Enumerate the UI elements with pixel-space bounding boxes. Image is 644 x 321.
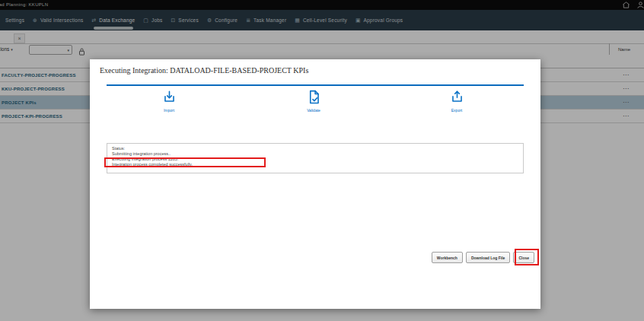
status-line: Integration process completed successful… bbox=[112, 162, 518, 167]
app-window: oad Planning: KKUPLN Settings ⊛ Valid In… bbox=[0, 0, 644, 321]
step-validate-label: Validate bbox=[307, 108, 320, 113]
execution-dialog: Executing Integration: DATALOAD-FILE-BAS… bbox=[90, 59, 540, 309]
export-icon bbox=[450, 90, 464, 104]
download-log-file-button-label: Download Log File bbox=[471, 256, 505, 260]
dialog-title-divider bbox=[107, 84, 524, 86]
download-log-file-button[interactable]: Download Log File bbox=[466, 252, 510, 263]
validate-icon bbox=[307, 90, 321, 104]
step-export[interactable]: Export bbox=[426, 90, 487, 113]
close-button[interactable]: Close bbox=[513, 252, 534, 263]
dialog-title: Executing Integration: DATALOAD-FILE-BAS… bbox=[100, 66, 308, 75]
step-export-label: Export bbox=[451, 108, 462, 113]
status-line: Executing integration process 1205. bbox=[112, 157, 518, 162]
dialog-buttons: Workbench Download Log File Close bbox=[432, 252, 534, 263]
status-line: Status: bbox=[112, 146, 518, 151]
step-validate[interactable]: Validate bbox=[283, 90, 344, 113]
status-line: Submitting integration process.. bbox=[112, 151, 518, 157]
step-import-label: Import bbox=[164, 108, 174, 113]
workbench-button[interactable]: Workbench bbox=[432, 252, 463, 263]
workbench-button-label: Workbench bbox=[437, 256, 457, 260]
step-import[interactable]: Import bbox=[139, 90, 199, 113]
status-log-panel: Status: Submitting integration process..… bbox=[107, 143, 524, 173]
close-button-label: Close bbox=[518, 256, 529, 260]
import-icon bbox=[162, 90, 177, 104]
